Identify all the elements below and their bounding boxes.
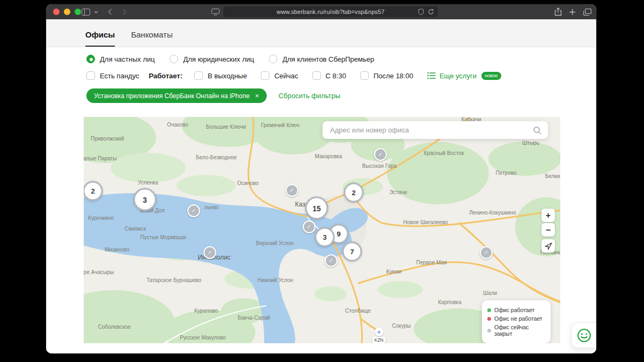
work-option-checkbox[interactable]: После 18:00 (360, 71, 413, 80)
map-place-label: Русское Макулово (180, 335, 226, 341)
window-close-button[interactable] (53, 9, 60, 15)
browser-titlebar: www.sberbank.ru/ru/oib?tab=vsp&nps57 (46, 4, 596, 19)
map-search-bar[interactable] (323, 121, 548, 139)
ramp-checkbox[interactable]: Есть пандус (86, 71, 139, 80)
map-place-label: Осиново (237, 180, 259, 186)
map-place-label: Соболевское (98, 324, 130, 330)
radio-legal-entities[interactable]: Для юридических лиц (170, 55, 254, 63)
new-badge: новое (481, 72, 501, 80)
map-place-label: Малые Параты (84, 156, 116, 161)
map-place-label: Куюки (386, 269, 401, 275)
checkbox-icon[interactable] (312, 71, 321, 80)
office-cluster-marker[interactable]: 15 (305, 197, 328, 220)
page-content: Офисы Банкоматы Для частных лиц Для юрид… (46, 19, 596, 353)
office-marker[interactable] (374, 148, 387, 161)
map-place-label: Бело-Безводное (196, 154, 237, 160)
close-icon[interactable]: × (255, 92, 259, 100)
more-services-link[interactable]: Еще услуги новое (427, 72, 501, 80)
window-minimize-button[interactable] (64, 9, 70, 15)
office-cluster-marker[interactable]: 2 (84, 181, 103, 201)
chevron-down-icon[interactable] (93, 4, 99, 19)
map-place-label: Татарское Бурнашево (147, 277, 201, 283)
map-place-label: Ленино-Кокушкино (469, 210, 516, 216)
search-icon[interactable] (533, 126, 541, 135)
tab-offices[interactable]: Офисы (85, 30, 115, 47)
checkbox-icon[interactable] (360, 71, 369, 80)
work-option-checkbox[interactable]: Сейчас (261, 71, 298, 80)
status-dot-icon (487, 329, 491, 333)
map-place-label: Мизиново (105, 247, 129, 253)
map-place-label: Макаровка (315, 153, 342, 159)
map-place-label: Новое Шигалеево (403, 219, 448, 225)
checkbox-icon[interactable] (261, 71, 269, 80)
privacy-shield-icon[interactable] (418, 9, 424, 15)
map-place-label: Курочкино (88, 215, 114, 221)
map-place-label: Успенка (138, 180, 158, 186)
office-marker[interactable] (187, 204, 200, 217)
radio-sber-premier[interactable]: Для клиентов СберПремьер (269, 55, 374, 63)
url-text: www.sberbank.ru/ru/oib?tab=vsp&nps57 (277, 9, 385, 15)
browser-window: www.sberbank.ru/ru/oib?tab=vsp&nps57 Офи… (46, 4, 596, 353)
office-cluster-marker[interactable]: 3 (134, 188, 157, 211)
map-place-label: Верхний Услон (256, 240, 294, 246)
feedback-chat-button[interactable] (571, 322, 596, 348)
filters-panel: Для частных лиц Для юридических лиц Для … (46, 47, 596, 103)
tab-atms[interactable]: Банкоматы (131, 30, 173, 47)
sidebar-toggle-icon[interactable] (80, 4, 91, 19)
offices-map[interactable]: ОчаковоБольшие КлючиГремячий КлючКуркачи… (84, 117, 560, 343)
work-options: В выходные Сейчас С 8:30 После 18:00 (194, 71, 413, 80)
smiley-icon (577, 328, 591, 343)
map-place-label: Пустые Моркваши (140, 234, 186, 240)
map-place-label: Куралово (194, 308, 218, 314)
window-controls (53, 9, 81, 15)
map-place-label: Очаково (167, 122, 188, 128)
tab-overview-icon[interactable] (582, 4, 592, 19)
zoom-out-button[interactable]: − (541, 223, 555, 237)
map-place-label: Нижний Услон (258, 277, 294, 283)
office-marker[interactable] (325, 254, 338, 267)
work-option-checkbox[interactable]: В выходные (194, 71, 247, 80)
office-cluster-marker[interactable]: 7 (342, 242, 362, 262)
active-filter-chip[interactable]: Установка приложения СберБанк Онлайн на … (86, 88, 267, 103)
status-dot-icon (487, 308, 491, 312)
checkbox-icon[interactable] (86, 71, 95, 80)
map-place-label: Карповка (438, 299, 461, 305)
map-place-label: Шали (483, 290, 497, 296)
search-input[interactable] (329, 125, 533, 135)
office-marker[interactable] (286, 184, 298, 197)
reload-icon[interactable] (428, 9, 434, 15)
map-place-label: Сокуры (392, 323, 411, 329)
screen: { "theme": { "brand_green": "#21A038" },… (0, 0, 644, 362)
new-tab-icon[interactable] (567, 4, 577, 19)
map-place-label: Эстачи (390, 189, 407, 195)
office-cluster-marker[interactable]: 2 (344, 183, 364, 203)
geolocate-button[interactable] (541, 239, 555, 253)
office-marker[interactable] (303, 220, 316, 233)
map-legend: Офис работает Офис не работает Офис сейч… (482, 300, 551, 343)
radio-icon[interactable] (86, 55, 95, 63)
client-type-row: Для частных лиц Для юридических лиц Для … (86, 55, 596, 63)
airport-marker: ✈ KZN (372, 328, 386, 343)
map-place-label: Высокая Гора (362, 163, 397, 169)
map-place-label: Красный Восток (424, 150, 464, 156)
office-marker[interactable] (480, 246, 493, 259)
back-icon[interactable] (106, 4, 114, 19)
address-bar[interactable]: www.sberbank.ru/ru/oib?tab=vsp&nps57 (223, 6, 438, 17)
radio-private-clients[interactable]: Для частных лиц (86, 55, 155, 63)
office-cluster-marker[interactable]: 3 (315, 227, 335, 247)
reset-filters-link[interactable]: Сбросить фильтры (279, 92, 340, 100)
map-place-label: Штырь (522, 140, 539, 146)
status-dot-icon (487, 317, 491, 321)
zoom-in-button[interactable]: + (541, 209, 555, 222)
page-settings-icon[interactable] (210, 4, 220, 19)
forward-icon[interactable] (121, 4, 128, 19)
legend-row: Офис работает (487, 307, 545, 313)
work-option-checkbox[interactable]: С 8:30 (312, 71, 346, 80)
map-place-label: Приволжский (91, 136, 124, 142)
radio-icon[interactable] (170, 55, 178, 63)
share-icon[interactable] (553, 4, 563, 19)
checkbox-icon[interactable] (194, 71, 203, 80)
office-marker[interactable] (203, 246, 216, 259)
legend-row: Офис не работает (487, 315, 545, 322)
radio-icon[interactable] (269, 55, 277, 63)
